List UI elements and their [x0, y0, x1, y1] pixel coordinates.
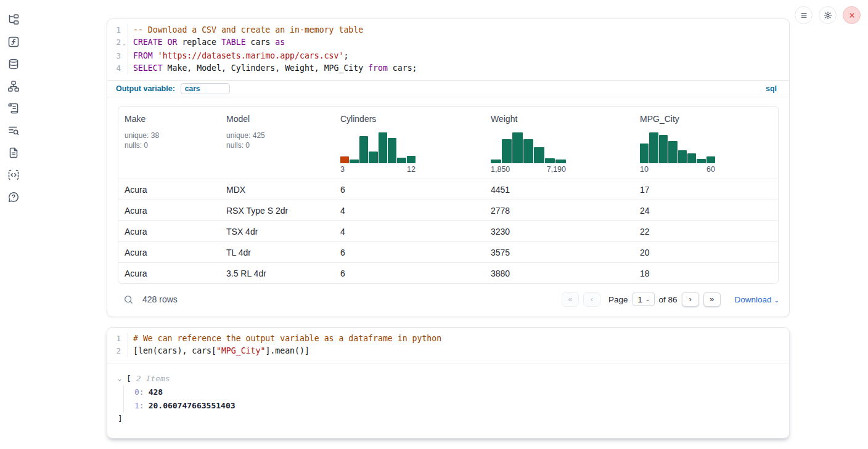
code-text: FROM 'https://datasets.marimo.app/cars.c…	[128, 50, 348, 62]
table-row[interactable]: AcuraRSX Type S 2dr4277824	[118, 200, 778, 220]
divider	[107, 97, 789, 97]
code-line[interactable]: 2[len(cars), cars["MPG_City"].mean()]	[107, 345, 789, 357]
histogram-bar[interactable]	[534, 147, 544, 163]
help-bubble-icon[interactable]	[7, 191, 20, 203]
settings-button[interactable]	[819, 6, 837, 24]
scroll-icon[interactable]	[7, 102, 20, 115]
search-icon[interactable]	[123, 294, 134, 305]
table-row[interactable]: AcuraTL 4dr6357520	[118, 241, 778, 262]
page-select[interactable]: 1 ⌄	[633, 293, 655, 306]
next-page-button[interactable]: ›	[682, 292, 699, 307]
histogram-bar[interactable]	[379, 132, 387, 163]
column-header-weight[interactable]: Weight 1,8507,190	[485, 113, 634, 179]
histogram-bar[interactable]	[668, 141, 677, 163]
column-header-make[interactable]: Make unique: 38 nulls: 0	[118, 113, 220, 179]
table-cell: 6	[334, 269, 485, 278]
file-text-icon[interactable]	[7, 147, 20, 159]
histogram-bar[interactable]	[687, 153, 696, 164]
gutter-spacer	[121, 345, 128, 357]
table-cell: 6	[334, 248, 485, 257]
histogram-axis-labels: 312	[340, 165, 416, 174]
table-row[interactable]: AcuraTSX 4dr4323022	[118, 220, 778, 241]
close-bracket: ]	[118, 413, 777, 425]
histogram-bar[interactable]	[545, 158, 555, 164]
table-cell: 4	[334, 206, 485, 216]
file-tree-icon[interactable]	[7, 14, 20, 26]
last-page-button[interactable]: »	[703, 292, 721, 307]
column-header-mpg-city[interactable]: MPG_City 1060	[634, 113, 778, 179]
prev-page-button[interactable]: ‹	[583, 292, 600, 307]
cylinders-histogram: 312	[340, 132, 416, 174]
histogram-bar[interactable]	[640, 144, 649, 164]
histogram-bar[interactable]	[397, 158, 406, 163]
table-header-row: Make unique: 38 nulls: 0 Model unique: 4…	[118, 107, 778, 179]
python-code-editor[interactable]: 1# We can reference the output variable …	[107, 328, 789, 363]
histogram-bar[interactable]	[555, 160, 566, 163]
gutter-spacer	[121, 24, 128, 36]
histogram-bar[interactable]	[659, 135, 668, 163]
histogram-bar[interactable]	[706, 156, 715, 163]
page-total-label: of 86	[659, 295, 678, 304]
weight-histogram: 1,8507,190	[491, 132, 566, 174]
gutter-spacer	[121, 62, 128, 75]
code-snippets-icon[interactable]	[7, 169, 20, 181]
histogram-bar[interactable]	[649, 132, 658, 163]
column-header-model[interactable]: Model unique: 425 nulls: 0	[220, 113, 334, 179]
column-header-cylinders[interactable]: Cylinders 312	[334, 113, 485, 179]
histogram-bars	[491, 132, 566, 163]
histogram-bar[interactable]	[350, 160, 358, 163]
histogram-bar[interactable]	[697, 159, 705, 163]
token-str: 'https://datasets.marimo.app/cars.csv'	[158, 51, 344, 60]
histogram-bar[interactable]	[359, 136, 368, 163]
code-line[interactable]: 1# We can reference the output variable …	[107, 333, 789, 345]
histogram-bar[interactable]	[369, 152, 377, 163]
token-kw: CREATE	[133, 38, 163, 47]
dependency-graph-icon[interactable]	[7, 80, 20, 92]
data-table: Make unique: 38 nulls: 0 Model unique: 4…	[118, 106, 779, 284]
token-pl	[153, 51, 158, 60]
code-text: [len(cars), cars["MPG_City"].mean()]	[128, 345, 309, 357]
sql-code-editor[interactable]: 1-- Download a CSV and create an in-memo…	[107, 19, 789, 80]
line-number: 2	[107, 345, 121, 357]
close-button[interactable]	[843, 6, 861, 24]
histogram-bar[interactable]	[407, 156, 416, 164]
table-row[interactable]: AcuraMDX6445117	[118, 179, 778, 200]
column-title: Make	[125, 114, 145, 124]
output-variable-label: Output variable:	[116, 84, 175, 93]
token-kw: FROM	[133, 51, 153, 60]
histogram-bar[interactable]	[340, 156, 349, 163]
menu-button[interactable]	[795, 6, 813, 24]
table-cell: RSX Type S 2dr	[220, 206, 334, 216]
function-square-icon[interactable]	[7, 36, 20, 48]
histogram-bar[interactable]	[512, 132, 523, 163]
code-text: -- Download a CSV and create an in-memor…	[128, 24, 363, 36]
histogram-bar[interactable]	[678, 150, 687, 163]
line-number: 1	[107, 24, 121, 36]
histogram-bar[interactable]	[523, 139, 534, 163]
language-badge: sql	[766, 84, 777, 93]
histogram-bar[interactable]	[388, 138, 396, 163]
code-line[interactable]: 3FROM 'https://datasets.marimo.app/cars.…	[107, 50, 789, 62]
database-icon[interactable]	[7, 58, 20, 70]
null-count: nulls: 0	[125, 141, 148, 150]
fold-chevron-icon[interactable]: ⌄	[121, 36, 128, 50]
table-cell: Acura	[118, 206, 220, 216]
text-search-icon[interactable]	[7, 124, 20, 137]
token-pl: Make, Model, Cylinders, Weight, MPG_City	[163, 63, 368, 73]
table-cell: 3880	[485, 269, 634, 278]
histogram-bar[interactable]	[502, 139, 512, 163]
code-line[interactable]: 2⌄CREATE OR replace TABLE cars as	[107, 36, 789, 50]
first-page-button[interactable]: «	[562, 292, 579, 307]
output-variable-input[interactable]	[181, 83, 230, 94]
chevron-down-icon: ⌄	[774, 297, 779, 304]
item-value: 20.060747663551403	[149, 401, 235, 410]
histogram-bar[interactable]	[491, 160, 501, 164]
token-pl: ].mean()]	[265, 346, 309, 355]
download-button[interactable]: Download ⌄	[735, 295, 779, 304]
code-line[interactable]: 1-- Download a CSV and create an in-memo…	[107, 24, 789, 36]
table-cell: TSX 4dr	[220, 227, 334, 237]
code-line[interactable]: 4SELECT Make, Model, Cylinders, Weight, …	[107, 62, 789, 75]
token-kw: as	[275, 38, 285, 47]
table-row[interactable]: Acura3.5 RL 4dr6388018	[118, 262, 778, 283]
collapse-chevron-icon[interactable]: ⌄	[118, 375, 126, 382]
